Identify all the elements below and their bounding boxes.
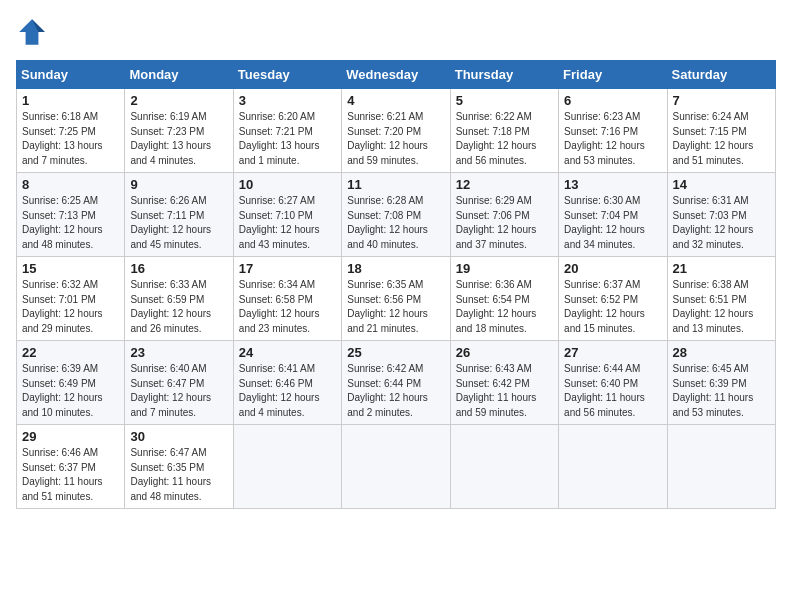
day-number: 24 xyxy=(239,345,336,360)
day-info: Sunrise: 6:33 AM Sunset: 6:59 PM Dayligh… xyxy=(130,278,227,336)
day-number: 28 xyxy=(673,345,770,360)
day-info: Sunrise: 6:34 AM Sunset: 6:58 PM Dayligh… xyxy=(239,278,336,336)
calendar-cell: 25 Sunrise: 6:42 AM Sunset: 6:44 PM Dayl… xyxy=(342,341,450,425)
calendar-cell: 16 Sunrise: 6:33 AM Sunset: 6:59 PM Dayl… xyxy=(125,257,233,341)
calendar-cell: 2 Sunrise: 6:19 AM Sunset: 7:23 PM Dayli… xyxy=(125,89,233,173)
calendar-cell: 22 Sunrise: 6:39 AM Sunset: 6:49 PM Dayl… xyxy=(17,341,125,425)
day-info: Sunrise: 6:26 AM Sunset: 7:11 PM Dayligh… xyxy=(130,194,227,252)
day-number: 2 xyxy=(130,93,227,108)
calendar-cell: 20 Sunrise: 6:37 AM Sunset: 6:52 PM Dayl… xyxy=(559,257,667,341)
day-number: 20 xyxy=(564,261,661,276)
logo xyxy=(16,16,52,48)
day-number: 18 xyxy=(347,261,444,276)
page-header xyxy=(16,16,776,48)
day-number: 6 xyxy=(564,93,661,108)
day-number: 19 xyxy=(456,261,553,276)
day-info: Sunrise: 6:21 AM Sunset: 7:20 PM Dayligh… xyxy=(347,110,444,168)
day-info: Sunrise: 6:28 AM Sunset: 7:08 PM Dayligh… xyxy=(347,194,444,252)
calendar-week-row: 8 Sunrise: 6:25 AM Sunset: 7:13 PM Dayli… xyxy=(17,173,776,257)
calendar-cell: 29 Sunrise: 6:46 AM Sunset: 6:37 PM Dayl… xyxy=(17,425,125,509)
day-info: Sunrise: 6:30 AM Sunset: 7:04 PM Dayligh… xyxy=(564,194,661,252)
calendar-cell: 8 Sunrise: 6:25 AM Sunset: 7:13 PM Dayli… xyxy=(17,173,125,257)
day-number: 7 xyxy=(673,93,770,108)
day-info: Sunrise: 6:46 AM Sunset: 6:37 PM Dayligh… xyxy=(22,446,119,504)
day-number: 21 xyxy=(673,261,770,276)
calendar-cell xyxy=(342,425,450,509)
calendar-cell: 12 Sunrise: 6:29 AM Sunset: 7:06 PM Dayl… xyxy=(450,173,558,257)
weekday-header: Wednesday xyxy=(342,61,450,89)
day-info: Sunrise: 6:18 AM Sunset: 7:25 PM Dayligh… xyxy=(22,110,119,168)
weekday-header: Monday xyxy=(125,61,233,89)
calendar-week-row: 1 Sunrise: 6:18 AM Sunset: 7:25 PM Dayli… xyxy=(17,89,776,173)
calendar-cell: 14 Sunrise: 6:31 AM Sunset: 7:03 PM Dayl… xyxy=(667,173,775,257)
weekday-header: Sunday xyxy=(17,61,125,89)
weekday-header: Saturday xyxy=(667,61,775,89)
day-info: Sunrise: 6:45 AM Sunset: 6:39 PM Dayligh… xyxy=(673,362,770,420)
calendar-cell: 17 Sunrise: 6:34 AM Sunset: 6:58 PM Dayl… xyxy=(233,257,341,341)
calendar-cell: 3 Sunrise: 6:20 AM Sunset: 7:21 PM Dayli… xyxy=(233,89,341,173)
day-info: Sunrise: 6:19 AM Sunset: 7:23 PM Dayligh… xyxy=(130,110,227,168)
calendar-cell: 26 Sunrise: 6:43 AM Sunset: 6:42 PM Dayl… xyxy=(450,341,558,425)
calendar-cell: 15 Sunrise: 6:32 AM Sunset: 7:01 PM Dayl… xyxy=(17,257,125,341)
calendar-week-row: 15 Sunrise: 6:32 AM Sunset: 7:01 PM Dayl… xyxy=(17,257,776,341)
day-info: Sunrise: 6:27 AM Sunset: 7:10 PM Dayligh… xyxy=(239,194,336,252)
day-info: Sunrise: 6:39 AM Sunset: 6:49 PM Dayligh… xyxy=(22,362,119,420)
day-number: 12 xyxy=(456,177,553,192)
calendar-cell xyxy=(450,425,558,509)
calendar-cell xyxy=(233,425,341,509)
day-number: 9 xyxy=(130,177,227,192)
day-info: Sunrise: 6:36 AM Sunset: 6:54 PM Dayligh… xyxy=(456,278,553,336)
day-info: Sunrise: 6:24 AM Sunset: 7:15 PM Dayligh… xyxy=(673,110,770,168)
calendar-cell: 27 Sunrise: 6:44 AM Sunset: 6:40 PM Dayl… xyxy=(559,341,667,425)
day-number: 13 xyxy=(564,177,661,192)
day-number: 26 xyxy=(456,345,553,360)
day-number: 4 xyxy=(347,93,444,108)
day-info: Sunrise: 6:22 AM Sunset: 7:18 PM Dayligh… xyxy=(456,110,553,168)
calendar-cell: 18 Sunrise: 6:35 AM Sunset: 6:56 PM Dayl… xyxy=(342,257,450,341)
day-number: 30 xyxy=(130,429,227,444)
day-info: Sunrise: 6:44 AM Sunset: 6:40 PM Dayligh… xyxy=(564,362,661,420)
day-info: Sunrise: 6:29 AM Sunset: 7:06 PM Dayligh… xyxy=(456,194,553,252)
day-number: 1 xyxy=(22,93,119,108)
calendar-cell: 19 Sunrise: 6:36 AM Sunset: 6:54 PM Dayl… xyxy=(450,257,558,341)
day-info: Sunrise: 6:38 AM Sunset: 6:51 PM Dayligh… xyxy=(673,278,770,336)
calendar-cell: 11 Sunrise: 6:28 AM Sunset: 7:08 PM Dayl… xyxy=(342,173,450,257)
day-number: 29 xyxy=(22,429,119,444)
weekday-header: Thursday xyxy=(450,61,558,89)
day-info: Sunrise: 6:31 AM Sunset: 7:03 PM Dayligh… xyxy=(673,194,770,252)
day-number: 10 xyxy=(239,177,336,192)
calendar-cell: 28 Sunrise: 6:45 AM Sunset: 6:39 PM Dayl… xyxy=(667,341,775,425)
calendar-week-row: 22 Sunrise: 6:39 AM Sunset: 6:49 PM Dayl… xyxy=(17,341,776,425)
calendar-cell: 24 Sunrise: 6:41 AM Sunset: 6:46 PM Dayl… xyxy=(233,341,341,425)
calendar-cell: 23 Sunrise: 6:40 AM Sunset: 6:47 PM Dayl… xyxy=(125,341,233,425)
day-number: 23 xyxy=(130,345,227,360)
weekday-header: Tuesday xyxy=(233,61,341,89)
calendar-table: SundayMondayTuesdayWednesdayThursdayFrid… xyxy=(16,60,776,509)
calendar-cell: 7 Sunrise: 6:24 AM Sunset: 7:15 PM Dayli… xyxy=(667,89,775,173)
calendar-cell: 5 Sunrise: 6:22 AM Sunset: 7:18 PM Dayli… xyxy=(450,89,558,173)
day-info: Sunrise: 6:25 AM Sunset: 7:13 PM Dayligh… xyxy=(22,194,119,252)
day-number: 17 xyxy=(239,261,336,276)
day-info: Sunrise: 6:23 AM Sunset: 7:16 PM Dayligh… xyxy=(564,110,661,168)
day-number: 11 xyxy=(347,177,444,192)
calendar-cell: 4 Sunrise: 6:21 AM Sunset: 7:20 PM Dayli… xyxy=(342,89,450,173)
day-number: 25 xyxy=(347,345,444,360)
calendar-cell: 1 Sunrise: 6:18 AM Sunset: 7:25 PM Dayli… xyxy=(17,89,125,173)
day-number: 8 xyxy=(22,177,119,192)
logo-icon xyxy=(16,16,48,48)
calendar-cell: 6 Sunrise: 6:23 AM Sunset: 7:16 PM Dayli… xyxy=(559,89,667,173)
day-number: 15 xyxy=(22,261,119,276)
calendar-cell: 9 Sunrise: 6:26 AM Sunset: 7:11 PM Dayli… xyxy=(125,173,233,257)
calendar-cell: 21 Sunrise: 6:38 AM Sunset: 6:51 PM Dayl… xyxy=(667,257,775,341)
day-info: Sunrise: 6:40 AM Sunset: 6:47 PM Dayligh… xyxy=(130,362,227,420)
day-info: Sunrise: 6:32 AM Sunset: 7:01 PM Dayligh… xyxy=(22,278,119,336)
calendar-cell xyxy=(667,425,775,509)
day-info: Sunrise: 6:20 AM Sunset: 7:21 PM Dayligh… xyxy=(239,110,336,168)
day-info: Sunrise: 6:37 AM Sunset: 6:52 PM Dayligh… xyxy=(564,278,661,336)
day-info: Sunrise: 6:43 AM Sunset: 6:42 PM Dayligh… xyxy=(456,362,553,420)
weekday-header: Friday xyxy=(559,61,667,89)
day-number: 16 xyxy=(130,261,227,276)
calendar-cell xyxy=(559,425,667,509)
day-number: 5 xyxy=(456,93,553,108)
day-number: 14 xyxy=(673,177,770,192)
